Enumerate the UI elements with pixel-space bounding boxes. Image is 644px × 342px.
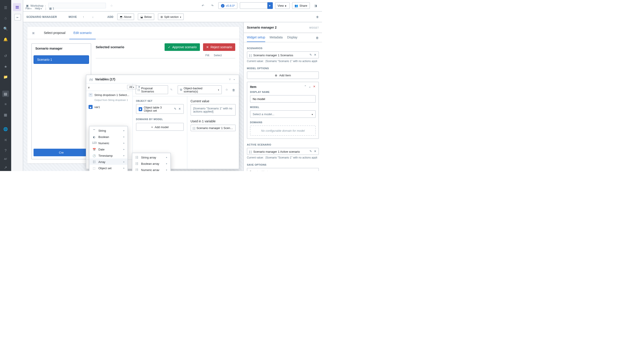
variables-collapse-icon[interactable]: ⌄	[233, 77, 236, 81]
rail-menu-icon[interactable]: ☰	[2, 4, 9, 11]
rail-home-icon[interactable]: ⌂	[2, 15, 9, 21]
section-delete-icon[interactable]: 🗑	[316, 15, 319, 18]
edit-name-icon[interactable]: ✎	[170, 88, 173, 92]
variable-item-dropdown[interactable]: "" String dropdown 1 Select...	[86, 91, 132, 99]
view-button[interactable]: View ▸	[275, 2, 290, 9]
type-numeric[interactable]: 123Numeric▸	[90, 140, 128, 146]
edit-active-icon[interactable]: ✎	[310, 150, 312, 153]
move-up-icon[interactable]: ↑	[80, 14, 86, 20]
array-numeric[interactable]: [·]Numeric array▸	[132, 167, 170, 171]
rail-search-icon[interactable]: 🔍	[2, 25, 9, 32]
remove-scenarios-icon[interactable]: ✕	[314, 53, 317, 57]
reject-button[interactable]: ✕Reject scenario	[203, 43, 236, 51]
rail-star-icon[interactable]: ★	[2, 63, 9, 70]
add-above-button[interactable]: ⬒Above	[117, 13, 134, 20]
create-scenario-button[interactable]: Cre	[34, 149, 89, 156]
favorite-variable-icon[interactable]: ☆	[224, 88, 229, 92]
variable-item-var1[interactable]: ◆ var1	[86, 103, 132, 111]
save-publish-button[interactable]: Save and publish	[240, 2, 268, 9]
tab-select-proposal[interactable]: Select proposal	[40, 26, 70, 39]
variables-filter-icon[interactable]: ⑂	[229, 77, 231, 81]
tab-edit-scenario[interactable]: Edit scenario	[70, 26, 96, 39]
type-boolean[interactable]: ◐Boolean▸	[90, 134, 128, 140]
rail-folder-icon[interactable]: 📁	[2, 74, 9, 80]
split-section-button[interactable]: ⊞Split section▾	[158, 13, 184, 20]
active-token-label: Scenario manager 1 Active scenario	[253, 150, 300, 153]
edit-object-set-icon[interactable]: ✎	[174, 107, 177, 111]
type-timestamp[interactable]: 🕐Timestamp▸	[90, 152, 128, 159]
collapse-panel-button[interactable]: ⇤	[14, 14, 21, 20]
array-string[interactable]: [·]String array▸	[132, 154, 170, 160]
save-options-label: SAVE OPTIONS	[247, 164, 319, 166]
type-array[interactable]: [·]Array▸	[90, 159, 128, 165]
below-icon: ⬓	[140, 15, 143, 18]
object-set-token: ◆ Object table 3 Object set ✎ ✕	[136, 104, 184, 114]
object-icon: ◆	[139, 107, 142, 111]
rail-app2-icon[interactable]: ≡	[2, 101, 9, 108]
move-item-down-icon[interactable]: ⌄	[308, 85, 311, 88]
help-menu[interactable]: Help	[35, 7, 42, 9]
active-current-value-key: Current value:	[247, 156, 264, 159]
tab-display[interactable]: Display	[287, 33, 298, 42]
type-string[interactable]: ""String▸	[90, 127, 128, 134]
undo-icon[interactable]: ↶	[200, 2, 206, 9]
display-name-input[interactable]	[250, 95, 316, 103]
plus-circle-icon: ⊕	[275, 73, 278, 77]
share-icon: 👥	[294, 4, 298, 7]
save-publish-caret[interactable]: ▾	[267, 2, 272, 9]
tab-widget-setup[interactable]: Widget setup	[247, 33, 265, 42]
scenario-manager-widget[interactable]: Scenario manager Scenario 1 Cre	[31, 43, 91, 159]
rail-shuffle-icon[interactable]: ⤮	[2, 137, 9, 143]
file-menu[interactable]: File	[26, 7, 32, 9]
rail-history-icon[interactable]: ↺	[2, 53, 9, 59]
add-below-label: Below	[144, 15, 152, 18]
move-down-icon[interactable]: ↓	[90, 14, 96, 20]
rail-globe-icon[interactable]: 🌐	[2, 126, 9, 133]
approve-button[interactable]: ✓Approve scenario	[165, 43, 200, 51]
array-boolean[interactable]: [·]Boolean array▸	[132, 160, 170, 167]
used-in-chip[interactable]: [·] Scenario manager 1 Scenar...	[190, 125, 236, 131]
move-item-up-icon[interactable]: ⌃	[304, 85, 307, 88]
rail-expand-icon[interactable]: ↗	[2, 165, 9, 171]
share-button[interactable]: 👥 Share	[292, 2, 310, 9]
scenario-1-chip[interactable]: Scenario 1	[34, 55, 89, 64]
rail2-workshop-icon[interactable]	[13, 3, 21, 11]
type-object-set[interactable]: ⬚Object set▸	[90, 165, 128, 171]
add-model-button[interactable]: + Add model	[136, 123, 184, 131]
array-type-menu: [·]String array▸ [·]Boolean array▸ [·]Nu…	[132, 153, 170, 171]
tab-metadata[interactable]: Metadata	[270, 33, 283, 42]
layer-icon[interactable]: ▦ 1	[49, 7, 54, 10]
add-item-button[interactable]: ⊕ Add Item	[247, 71, 319, 79]
remove-object-set-icon[interactable]: ✕	[178, 107, 181, 111]
rail-bell-icon[interactable]: 🔔	[2, 36, 9, 43]
display-name-label: DISPLAY NAME	[250, 91, 316, 93]
scenario-icon: [·]	[193, 126, 195, 130]
remove-active-icon[interactable]: ✕	[314, 150, 317, 153]
delete-item-icon[interactable]: ✕	[313, 85, 316, 88]
split-caret-icon: ▾	[180, 15, 181, 18]
panel-toggle-icon[interactable]: ◨	[312, 2, 319, 9]
delete-variable-icon[interactable]: 🗑	[232, 88, 236, 91]
rail-app3-icon[interactable]: ▦	[2, 112, 9, 118]
delete-widget-icon[interactable]: 🗑	[316, 36, 319, 39]
save-options-select[interactable]: Save to object ▾	[247, 168, 319, 171]
above-icon: ⬒	[120, 15, 122, 18]
rail-user-initials[interactable]: AF	[4, 158, 7, 161]
edit-scenarios-icon[interactable]: ✎	[310, 53, 312, 57]
breadcrumb-path[interactable]	[48, 3, 106, 8]
rail-app1-icon[interactable]: ▤	[2, 91, 9, 97]
version-button[interactable]: ✓ v0.8.0*	[218, 2, 238, 9]
rail-help-icon[interactable]: ?	[2, 147, 9, 154]
add-below-button[interactable]: ⬓Below	[138, 13, 154, 20]
type-date[interactable]: 📅Date▸	[90, 146, 128, 152]
caret-icon: ▸	[166, 162, 168, 165]
add-model-label: Add model	[155, 125, 168, 128]
array-icon: [·]	[92, 160, 96, 163]
favorite-star-icon[interactable]: ☆	[110, 4, 113, 7]
object-backed-dropdown[interactable]: ⧉ Object-backed scenario(s) ▾	[177, 85, 222, 94]
model-select[interactable]: Select a model... ▾	[250, 110, 316, 118]
redo-icon[interactable]: ↷	[209, 2, 216, 9]
variables-search-input[interactable]	[88, 85, 126, 89]
select-caret-icon: ▾	[312, 113, 313, 115]
proposal-scenarios-token[interactable]: [·] Proposal Scenarios	[136, 85, 168, 94]
